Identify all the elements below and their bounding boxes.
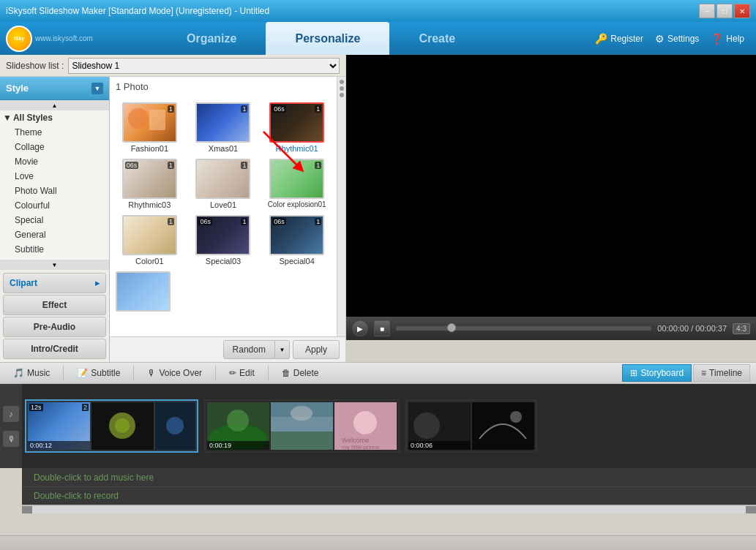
- style-thumb-img-special03: 06s 1: [195, 215, 250, 255]
- styles-grid-container: 1 Photo 1 Fashion01: [110, 77, 337, 336]
- storyboard-icon: ⊞: [630, 368, 637, 378]
- storyboard-area: ♪ 🎙 12s 2 0:00:12: [0, 384, 756, 468]
- style-thumb-rhythmic01[interactable]: 06s 1 Rhythmic01: [263, 102, 331, 153]
- apply-button[interactable]: Apply: [293, 340, 340, 359]
- slideshow-select[interactable]: Slideshow 1: [68, 58, 340, 74]
- minimize-button[interactable]: ─: [699, 4, 715, 18]
- progress-thumb[interactable]: [447, 323, 456, 332]
- bottom-scrollbar[interactable]: [22, 505, 756, 513]
- effect-button[interactable]: Effect: [3, 295, 106, 315]
- style-list-movie[interactable]: Movie: [0, 154, 109, 169]
- stop-button[interactable]: ■: [374, 320, 390, 336]
- style-thumb-color01[interactable]: 1 Color01: [116, 215, 184, 265]
- bottom-toolbar: 🎵 Music 📝 Subtitle 🎙 Voice Over ✏ Edit 🗑…: [0, 362, 756, 384]
- sb-thumb-1[interactable]: 12s 2 0:00:12: [28, 402, 90, 450]
- style-badge-fashion01: 1: [168, 105, 174, 113]
- add-music-label: Double-click to add music here: [34, 472, 154, 483]
- sb-thumb-6[interactable]: Welcome my little prince: [334, 402, 397, 450]
- tab-create[interactable]: Create: [389, 22, 484, 55]
- storyboard-view-button[interactable]: ⊞ Storyboard: [622, 364, 692, 382]
- sb-thumb-7[interactable]: 06s 1 0:00:06: [408, 402, 471, 450]
- storyboard-group-3[interactable]: 06s 1 0:00:06: [405, 399, 537, 453]
- style-badge-xmas01: 1: [241, 105, 247, 113]
- play-button[interactable]: ▶: [352, 320, 368, 336]
- style-badge-rhythmic03: 1: [168, 162, 174, 169]
- pre-audio-button[interactable]: Pre-Audio: [3, 317, 106, 337]
- tab-organize[interactable]: Organize: [157, 22, 266, 55]
- scroll-left-btn[interactable]: [22, 506, 32, 513]
- svg-point-22: [413, 412, 440, 439]
- style-label-love01: Love01: [210, 200, 236, 209]
- window-controls[interactable]: ─ □ ✕: [699, 4, 750, 18]
- subtitle-button[interactable]: 📝 Subtitle: [70, 364, 127, 382]
- storyboard-group-2[interactable]: 19s 3 0:00:19: [204, 399, 400, 453]
- style-list-all-styles[interactable]: ▼All Styles: [0, 110, 109, 125]
- style-list-collage[interactable]: Collage: [0, 140, 109, 154]
- record-bar[interactable]: Double-click to record: [22, 486, 756, 505]
- random-dropdown-arrow[interactable]: ▼: [275, 340, 290, 359]
- style-list-general[interactable]: General: [0, 227, 109, 242]
- voice-over-button[interactable]: 🎙 Voice Over: [140, 364, 209, 382]
- sb-thumb-4[interactable]: 19s 3 0:00:19: [207, 402, 269, 450]
- style-thumb-special04[interactable]: 06s 1 Special04: [263, 215, 331, 265]
- svg-point-1: [128, 108, 149, 129]
- help-link[interactable]: ❓ Help: [711, 33, 744, 45]
- style-list-colourful[interactable]: Colourful: [0, 198, 109, 213]
- logo-area: iSky www.iskysoft.com: [0, 22, 157, 55]
- restore-button[interactable]: □: [716, 4, 733, 18]
- storyboard-icon-2[interactable]: 🎙: [3, 431, 19, 447]
- register-link[interactable]: 🔑 Register: [595, 33, 643, 45]
- edit-button[interactable]: ✏ Edit: [222, 364, 262, 382]
- style-duration-rhythmic01: 06s: [272, 105, 286, 113]
- sb-thumb-5[interactable]: [271, 402, 333, 450]
- sb-thumb-3[interactable]: [155, 402, 195, 450]
- scroll-track[interactable]: [32, 506, 746, 513]
- clipart-button[interactable]: Clipart ▶: [3, 273, 106, 293]
- style-thumb-colorexplosion01[interactable]: 1 Color explosion01: [263, 159, 331, 209]
- scroll-right-btn[interactable]: [746, 506, 756, 513]
- music-button[interactable]: 🎵 Music: [6, 364, 57, 382]
- timeline-view-button[interactable]: ≡ Timeline: [693, 364, 750, 382]
- style-thumb-love01[interactable]: 1 Love01: [190, 159, 258, 209]
- style-list-love[interactable]: Love: [0, 169, 109, 184]
- style-list-photo-wall[interactable]: Photo Wall: [0, 184, 109, 198]
- style-scroll-up[interactable]: ▲: [0, 100, 109, 110]
- style-thumb-fashion01[interactable]: 1 Fashion01: [116, 102, 184, 153]
- style-scroll-down[interactable]: ▼: [0, 260, 109, 270]
- divider-4: [268, 366, 269, 380]
- style-thumb-rhythmic03[interactable]: 06s 1 Rhythmic03: [116, 159, 184, 209]
- tab-bar: Organize Personalize Create 🔑 Register ⚙…: [157, 22, 756, 55]
- styles-side-dots: [337, 77, 345, 336]
- storyboard-scroll[interactable]: 12s 2 0:00:12: [22, 384, 756, 468]
- intro-credit-button[interactable]: Intro/Credit: [3, 339, 106, 359]
- style-thumb-img-color01: 1: [122, 215, 177, 255]
- edit-icon: ✏: [229, 368, 236, 378]
- style-duration-special03: 06s: [198, 218, 212, 225]
- style-label-fashion01: Fashion01: [131, 144, 168, 153]
- storyboard-group-1[interactable]: 12s 2 0:00:12: [25, 399, 198, 453]
- clipart-arrow: ▶: [95, 280, 100, 287]
- sb-thumb-8[interactable]: [472, 402, 534, 450]
- style-list-special[interactable]: Special: [0, 213, 109, 227]
- style-list: ▼All Styles Theme Collage Movie Love Pho…: [0, 110, 109, 260]
- styles-grid: 1 Fashion01 1 Xmas01: [110, 97, 337, 271]
- storyboard-icon-1[interactable]: ♪: [3, 406, 19, 422]
- style-duration-special04: 06s: [272, 218, 286, 225]
- style-list-subtitle[interactable]: Subtitle: [0, 242, 109, 257]
- progress-bar[interactable]: [396, 326, 651, 331]
- music-bar[interactable]: Double-click to add music here: [22, 468, 756, 486]
- close-button[interactable]: ✕: [734, 4, 750, 18]
- tab-personalize[interactable]: Personalize: [266, 22, 389, 55]
- style-thumb-img-xmas01: 1: [195, 102, 250, 143]
- style-list-theme[interactable]: Theme: [0, 125, 109, 140]
- random-button[interactable]: Random: [223, 340, 275, 359]
- style-dropdown-arrow[interactable]: ▼: [91, 83, 103, 94]
- style-thumb-img-rhythmic01: 06s 1: [269, 102, 324, 143]
- svg-text:my little prince: my little prince: [342, 444, 380, 450]
- settings-link[interactable]: ⚙ Settings: [655, 33, 699, 45]
- sb-thumb-2[interactable]: [91, 402, 154, 450]
- style-thumb-special03[interactable]: 06s 1 Special03: [190, 215, 258, 265]
- style-thumb-bottom[interactable]: [116, 271, 171, 312]
- style-thumb-xmas01[interactable]: 1 Xmas01: [190, 102, 258, 153]
- delete-button[interactable]: 🗑 Delete: [274, 364, 326, 382]
